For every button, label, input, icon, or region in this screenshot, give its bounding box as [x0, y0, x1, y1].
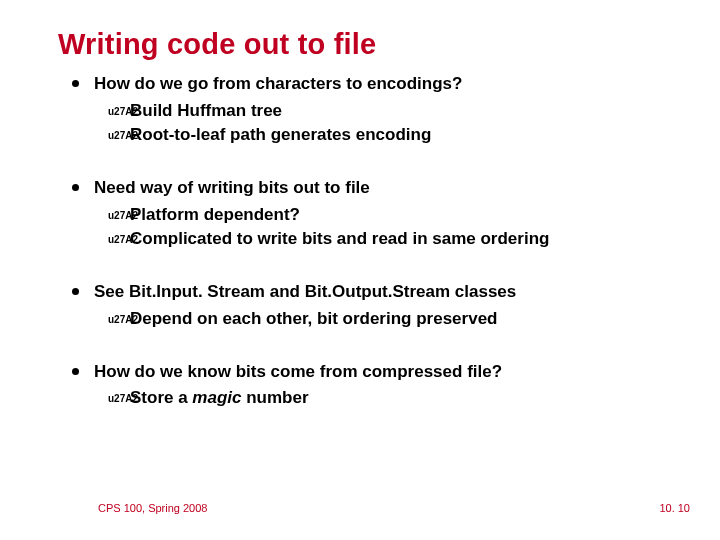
sub-list: Depend on each other, bit ordering prese… [94, 308, 680, 331]
sub-item: Root-to-leaf path generates encoding [94, 124, 680, 147]
footer-page-number: 10. 10 [659, 502, 690, 514]
bullet-text: Need way of writing bits out to file [94, 178, 370, 197]
sub-text-pre: Store a [130, 388, 192, 407]
sub-text-post: number [242, 388, 309, 407]
sub-item: Store a magic number [94, 387, 680, 410]
slide-title: Writing code out to file [58, 28, 680, 61]
bullet-item: How do we go from characters to encoding… [58, 73, 680, 147]
footer-course: CPS 100, Spring 2008 [98, 502, 207, 514]
sub-item: Build Huffman tree [94, 100, 680, 123]
sub-text-em: magic [192, 388, 241, 407]
sub-item: Complicated to write bits and read in sa… [94, 228, 680, 251]
sub-item: Platform dependent? [94, 204, 680, 227]
slide: Writing code out to file How do we go fr… [0, 0, 720, 410]
bullet-item: How do we know bits come from compressed… [58, 361, 680, 411]
bullet-item: Need way of writing bits out to file Pla… [58, 177, 680, 251]
bullet-text: How do we go from characters to encoding… [94, 74, 462, 93]
bullet-item: See Bit.Input. Stream and Bit.Output.Str… [58, 281, 680, 331]
sub-list: Store a magic number [94, 387, 680, 410]
bullet-list: How do we go from characters to encoding… [58, 73, 680, 410]
sub-list: Platform dependent? Complicated to write… [94, 204, 680, 251]
bullet-text: See Bit.Input. Stream and Bit.Output.Str… [94, 282, 516, 301]
sub-list: Build Huffman tree Root-to-leaf path gen… [94, 100, 680, 147]
bullet-text: How do we know bits come from compressed… [94, 362, 502, 381]
sub-item: Depend on each other, bit ordering prese… [94, 308, 680, 331]
